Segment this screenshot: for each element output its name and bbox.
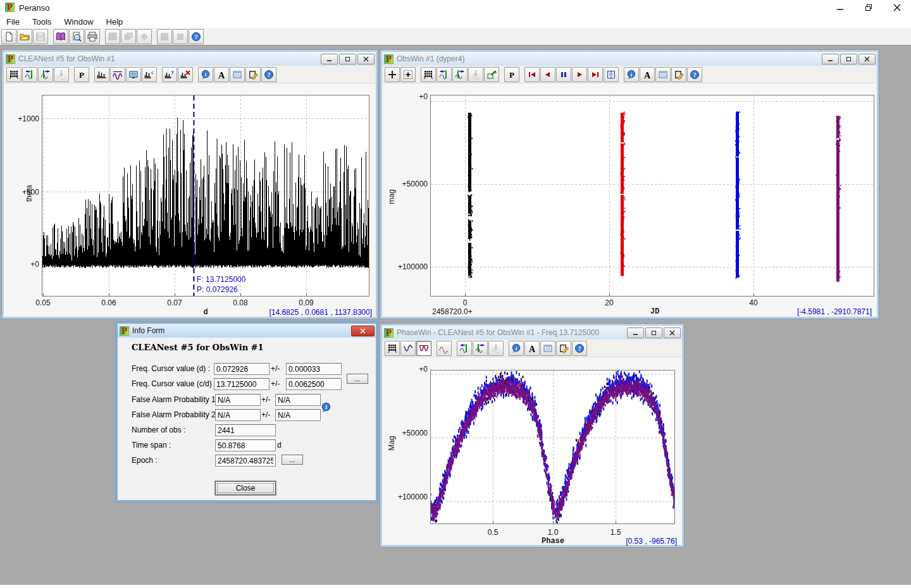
plus-button[interactable] — [385, 67, 400, 82]
zoom-prev-button[interactable] — [22, 67, 37, 82]
media-next-button[interactable] — [572, 67, 587, 82]
wave-button[interactable] — [110, 67, 125, 82]
close-button[interactable] — [357, 54, 375, 64]
monitor-button[interactable] — [126, 67, 141, 82]
period-p-button[interactable]: P — [74, 67, 89, 82]
media-last-button[interactable] — [588, 67, 603, 82]
zoom-prev-button[interactable] — [437, 67, 452, 82]
cleanest-c-button[interactable]: c — [142, 67, 157, 82]
del-freq-button[interactable] — [178, 67, 193, 82]
freq-more-button[interactable]: ... — [347, 374, 368, 384]
media-list-button[interactable] — [604, 67, 619, 82]
print-button[interactable] — [85, 29, 100, 44]
plus-box-button[interactable] — [400, 67, 416, 82]
edit-pen-button[interactable] — [556, 341, 571, 356]
close-button[interactable] — [351, 326, 375, 336]
help-button[interactable]: ? — [687, 67, 702, 82]
maximize-button[interactable] — [840, 54, 857, 64]
table-button[interactable] — [230, 67, 245, 82]
freq-cursor-cd-error-field[interactable] — [286, 378, 342, 390]
new-doc-button[interactable] — [1, 29, 16, 44]
number-of-obs-field[interactable] — [215, 424, 276, 436]
table-button[interactable] — [655, 67, 671, 82]
grid-button[interactable] — [6, 67, 22, 82]
obswin-lightcurve-canvas[interactable] — [431, 95, 874, 296]
maximize-button[interactable] — [645, 328, 662, 338]
false-alarm-2-error-field[interactable] — [275, 409, 321, 421]
obswin-window[interactable]: P ObsWin #1 (dyper4) PiA? mag +0 +50000 … — [380, 50, 879, 319]
freq-cursor-d-error-field[interactable] — [286, 363, 342, 375]
zoom-next-button[interactable] — [38, 67, 53, 82]
cleanest-titlebar[interactable]: P CLEANest #5 for ObsWin #1 — [4, 52, 376, 66]
zoom-prev-button[interactable] — [457, 341, 472, 356]
media-first-button[interactable] — [524, 67, 540, 82]
edit-pen-button[interactable] — [245, 67, 261, 82]
scatter-red-button[interactable] — [437, 341, 452, 356]
zoom-next-button[interactable] — [452, 67, 468, 82]
phasewin-lightcurve-canvas[interactable] — [431, 371, 674, 524]
info-form-dialog[interactable]: P Info Form CLEANest #5 for ObsWin #1 Fr… — [116, 322, 378, 502]
minimize-button[interactable] — [627, 328, 644, 338]
menu-help[interactable]: Help — [100, 16, 130, 28]
font-a-button[interactable]: A — [640, 67, 655, 82]
zoom-next-button[interactable] — [473, 341, 488, 356]
epoch-more-button[interactable]: ... — [282, 455, 303, 465]
help-icon: ? — [191, 32, 201, 42]
wave-w-button[interactable] — [416, 341, 431, 356]
false-alarm-1-field[interactable] — [215, 394, 261, 406]
info-button[interactable]: i — [198, 67, 213, 82]
help-button[interactable]: ? — [572, 341, 587, 356]
grid-button[interactable] — [421, 67, 436, 82]
menu-window[interactable]: Window — [58, 16, 99, 28]
grid-button[interactable] — [385, 341, 400, 356]
add-freq-button[interactable]: ? — [162, 67, 177, 82]
table-button[interactable] — [540, 341, 555, 356]
maximize-button[interactable] — [339, 54, 356, 64]
edit-pen-button[interactable] — [671, 67, 686, 82]
close-button[interactable] — [883, 0, 911, 15]
font-a-button[interactable]: A — [524, 341, 540, 356]
font-a-button[interactable]: A — [214, 67, 229, 82]
false-alarm-1-error-field[interactable] — [275, 394, 321, 406]
minimize-button[interactable] — [321, 54, 338, 64]
restore-button[interactable] — [854, 0, 883, 15]
time-span-field[interactable] — [215, 439, 276, 451]
phasewin-window[interactable]: P PhaseWin - CLEANest #5 for ObsWin #1 -… — [380, 324, 684, 547]
info-icon[interactable]: i — [321, 402, 332, 413]
book-button[interactable] — [53, 29, 68, 44]
epoch-field[interactable] — [215, 455, 276, 467]
close-button[interactable] — [664, 328, 681, 338]
info-form-titlebar[interactable]: P Info Form — [118, 324, 376, 338]
minimize-button[interactable] — [822, 54, 839, 64]
cleanest-window[interactable]: P CLEANest #5 for ObsWin #1 Pc?iA? theta… — [2, 50, 378, 319]
window-icon: P — [384, 54, 394, 64]
freq-cursor-cd-field[interactable] — [214, 378, 270, 390]
minimize-button[interactable] — [826, 0, 854, 15]
plus-minus: +/- — [271, 364, 280, 373]
media-prev-button[interactable] — [540, 67, 555, 82]
help-button[interactable]: ? — [189, 29, 204, 44]
curve-v-button[interactable] — [400, 341, 416, 356]
false-alarm-2-field[interactable] — [215, 409, 261, 421]
menu-tools[interactable]: Tools — [26, 16, 58, 28]
phasewin-titlebar[interactable]: P PhaseWin - CLEANest #5 for ObsWin #1 -… — [382, 326, 682, 340]
zoom-next-icon — [40, 70, 51, 80]
menu-file[interactable]: File — [0, 16, 26, 28]
open-folder-button[interactable] — [17, 29, 32, 44]
info-button[interactable]: i — [624, 67, 639, 82]
cleanest-periodogram-canvas[interactable] — [42, 95, 369, 296]
print-preview-button[interactable] — [69, 29, 84, 44]
period-p-button[interactable]: P — [504, 67, 519, 82]
close-button[interactable] — [858, 54, 876, 64]
help-button[interactable]: ? — [261, 67, 276, 82]
info-button[interactable]: i — [509, 341, 524, 356]
close-dialog-button[interactable]: Close — [215, 481, 276, 495]
freq-cursor-d-field[interactable] — [214, 363, 270, 375]
obswin-titlebar[interactable]: P ObsWin #1 (dyper4) — [382, 52, 877, 66]
media-pause-button[interactable] — [556, 67, 571, 82]
font-a-icon: A — [216, 70, 226, 80]
periodogram-button[interactable] — [94, 67, 109, 82]
main-titlebar[interactable]: P Peranso — [0, 0, 911, 15]
select-pen-button[interactable] — [484, 67, 499, 82]
close-icon — [865, 57, 869, 61]
